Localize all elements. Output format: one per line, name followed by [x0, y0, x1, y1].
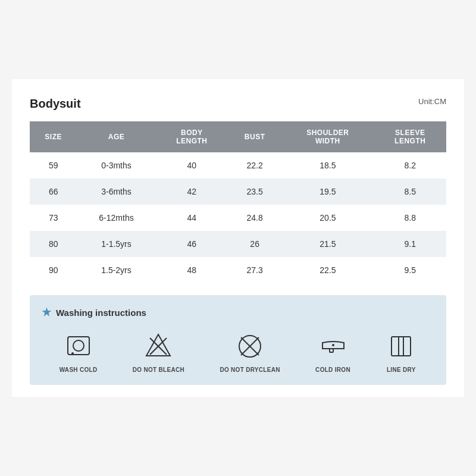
- cell-age: 1-1.5yrs: [77, 231, 155, 257]
- cold-iron-icon: [318, 331, 349, 362]
- cell-age: 0-3mths: [77, 152, 155, 178]
- svg-rect-9: [330, 349, 333, 352]
- col-body-length: BODYLENGTH: [156, 121, 228, 152]
- cell-sleeve_length: 8.2: [374, 152, 446, 178]
- cell-age: 6-12mths: [77, 205, 155, 231]
- page-title: Bodysuit: [30, 97, 81, 111]
- cell-bust: 27.3: [228, 257, 281, 283]
- table-row: 590-3mths4022.218.58.2: [30, 152, 446, 178]
- cell-shoulder_width: 22.5: [281, 257, 374, 283]
- cell-age: 1.5-2yrs: [77, 257, 155, 283]
- table-row: 663-6mths4223.519.58.5: [30, 178, 446, 205]
- col-sleeve-length: SLEEVELENGTH: [374, 121, 446, 152]
- line-dry-item: LINE DRY: [386, 331, 416, 373]
- cell-shoulder_width: 20.5: [281, 205, 374, 231]
- cold-iron-label: COLD IRON: [315, 367, 350, 373]
- wash-cold-item: WASH COLD: [60, 331, 98, 373]
- cell-size: 73: [30, 205, 77, 231]
- table-row: 736-12mths4424.820.58.8: [30, 205, 446, 231]
- star-icon: ★: [42, 306, 51, 319]
- cell-body_length: 42: [156, 178, 228, 205]
- cell-shoulder_width: 18.5: [281, 152, 374, 178]
- cold-iron-item: COLD IRON: [315, 331, 350, 373]
- svg-point-2: [71, 352, 74, 355]
- no-bleach-item: DO NOT BLEACH: [133, 331, 184, 373]
- cell-sleeve_length: 9.1: [374, 231, 446, 257]
- washing-icons-row: WASH COLD DO NOT BLEACH: [42, 331, 434, 373]
- cell-sleeve_length: 8.8: [374, 205, 446, 231]
- cell-size: 66: [30, 178, 77, 205]
- wash-cold-label: WASH COLD: [60, 367, 98, 373]
- cell-size: 80: [30, 231, 77, 257]
- cell-body_length: 40: [156, 152, 228, 178]
- no-dryclean-label: DO NOT DRYCLEAN: [220, 367, 280, 373]
- cell-bust: 23.5: [228, 178, 281, 205]
- cell-size: 90: [30, 257, 77, 283]
- cell-body_length: 46: [156, 231, 228, 257]
- cell-size: 59: [30, 152, 77, 178]
- col-shoulder-width: SHOULDERWIDTH: [281, 121, 374, 152]
- cell-shoulder_width: 21.5: [281, 231, 374, 257]
- cell-sleeve_length: 8.5: [374, 178, 446, 205]
- unit-label: Unit:CM: [418, 97, 446, 106]
- cell-shoulder_width: 19.5: [281, 178, 374, 205]
- main-container: Bodysuit Unit:CM SIZE AGE BODYLENGTH BUS…: [12, 79, 464, 397]
- no-bleach-label: DO NOT BLEACH: [133, 367, 184, 373]
- washing-title-text: Washing instructions: [56, 308, 146, 318]
- header-row: Bodysuit Unit:CM: [30, 97, 446, 111]
- col-bust: BUST: [228, 121, 281, 152]
- cell-bust: 22.2: [228, 152, 281, 178]
- svg-rect-0: [68, 337, 89, 355]
- size-table: SIZE AGE BODYLENGTH BUST SHOULDERWIDTH S…: [30, 121, 446, 283]
- cell-age: 3-6mths: [77, 178, 155, 205]
- no-dryclean-item: DO NOT DRYCLEAN: [220, 331, 280, 373]
- svg-point-1: [73, 340, 84, 351]
- washing-section: ★ Washing instructions WASH COLD: [30, 295, 446, 385]
- table-row: 901.5-2yrs4827.322.59.5: [30, 257, 446, 283]
- line-dry-label: LINE DRY: [387, 367, 416, 373]
- col-size: SIZE: [30, 121, 77, 152]
- no-bleach-icon: [143, 331, 174, 362]
- no-dryclean-icon: [234, 331, 265, 362]
- svg-marker-3: [146, 334, 170, 356]
- svg-point-10: [332, 344, 334, 346]
- cell-bust: 24.8: [228, 205, 281, 231]
- cell-sleeve_length: 9.5: [374, 257, 446, 283]
- line-dry-icon: [386, 331, 416, 362]
- col-age: AGE: [77, 121, 155, 152]
- wash-cold-icon: [63, 331, 94, 362]
- cell-bust: 26: [228, 231, 281, 257]
- cell-body_length: 44: [156, 205, 228, 231]
- cell-body_length: 48: [156, 257, 228, 283]
- table-header-row: SIZE AGE BODYLENGTH BUST SHOULDERWIDTH S…: [30, 121, 446, 152]
- washing-title-row: ★ Washing instructions: [42, 306, 434, 319]
- table-row: 801-1.5yrs462621.59.1: [30, 231, 446, 257]
- svg-rect-11: [392, 337, 411, 356]
